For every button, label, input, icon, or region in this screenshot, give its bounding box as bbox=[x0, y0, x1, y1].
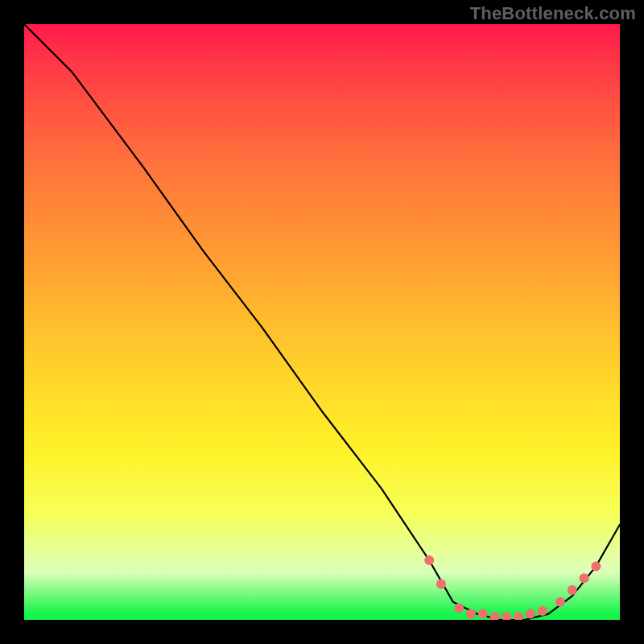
marker-dot bbox=[514, 612, 523, 620]
marker-dot bbox=[502, 612, 511, 620]
marker-dot bbox=[436, 580, 446, 589]
watermark-text: TheBottleneck.com bbox=[470, 3, 636, 24]
marker-dot bbox=[568, 585, 577, 595]
marker-dot bbox=[424, 555, 434, 565]
marker-dot bbox=[454, 603, 464, 613]
marker-dot bbox=[555, 597, 565, 607]
marker-dot bbox=[591, 561, 601, 571]
plot-area bbox=[24, 24, 620, 620]
chart-frame: TheBottleneck.com bbox=[0, 0, 644, 644]
marker-dot bbox=[478, 609, 488, 619]
marker-dot bbox=[490, 612, 500, 620]
marker-dots bbox=[424, 555, 601, 620]
marker-dot bbox=[580, 573, 589, 583]
marker-dot bbox=[526, 609, 535, 619]
marker-dot bbox=[538, 606, 547, 616]
curve-line bbox=[24, 24, 620, 620]
marker-dot bbox=[466, 609, 476, 619]
chart-svg bbox=[24, 24, 620, 620]
